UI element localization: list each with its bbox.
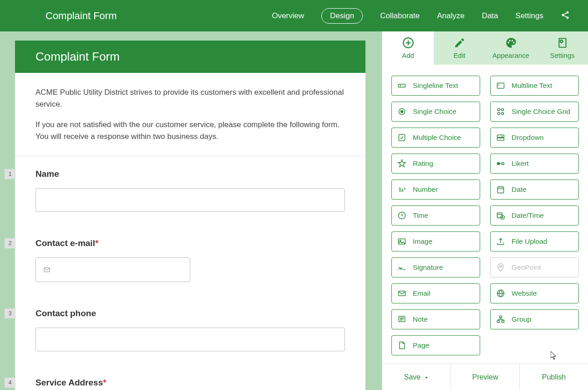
question-label: Contact e-mail* [35,238,345,248]
field-file-upload[interactable]: File Upload [490,231,579,251]
panel-tabs: Add Edit Appearance Settings [382,31,588,65]
clock-icon [397,211,406,220]
intro-p2: If you are not satisfied with the our cu… [35,119,345,142]
field-multiple-choice[interactable]: Multiple Choice [391,128,480,148]
svg-point-10 [509,40,510,41]
field-single-choice-grid[interactable]: Single Choice Grid [490,102,579,122]
field-singleline[interactable]: Singleline Text [391,76,480,96]
nav-items: Overview Design Collaborate Analyze Data… [272,8,570,24]
field-image[interactable]: Image [391,231,480,251]
name-input[interactable] [35,188,345,212]
svg-rect-52 [497,321,500,323]
question-1[interactable]: 1 Name [15,156,365,226]
field-signature[interactable]: Signature [391,257,480,277]
svg-point-0 [567,11,569,13]
tab-add[interactable]: Add [382,31,434,65]
svg-rect-53 [502,321,504,323]
field-group[interactable]: Group [490,309,579,329]
share-icon[interactable] [561,10,570,21]
question-number: 3 [5,308,15,318]
svg-point-30 [502,163,504,165]
nav-collaborate[interactable]: Collaborate [380,11,420,21]
gear-page-icon [557,37,568,49]
signature-icon [397,263,406,272]
form-intro: ACME Public Utility District strives to … [15,73,365,156]
question-label: Contact phone [35,308,345,318]
svg-rect-26 [497,135,504,137]
svg-point-14 [560,40,563,42]
question-3[interactable]: 3 Contact phone [15,296,365,365]
palette-icon [505,37,517,49]
field-time[interactable]: Time [391,205,480,226]
svg-point-42 [500,265,502,267]
field-date[interactable]: Date [490,180,579,200]
svg-rect-5 [44,267,50,272]
geopoint-icon [496,263,505,272]
field-single-choice[interactable]: Single Choice [391,102,480,122]
nav-settings[interactable]: Settings [516,11,543,21]
number-icon: 1₂³ [397,185,406,194]
nav-data[interactable]: Data [482,11,498,21]
svg-rect-17 [497,83,504,88]
preview-button[interactable]: Preview [451,364,520,390]
svg-point-12 [513,42,514,43]
svg-point-20 [401,111,403,113]
pencil-icon [454,37,466,49]
field-email[interactable]: Email [391,283,480,303]
svg-point-2 [567,16,569,19]
save-button[interactable]: Save [382,364,451,390]
svg-point-21 [497,108,500,111]
field-rating[interactable]: Rating [391,154,480,174]
phone-input[interactable] [35,328,345,351]
mail-icon [42,266,51,273]
email-input[interactable] [35,257,190,282]
nav-analyze[interactable]: Analyze [437,11,464,21]
question-4[interactable]: 4 Service Address* [15,365,365,390]
nav-design[interactable]: Design [321,8,363,24]
question-2[interactable]: 2 Contact e-mail* [15,226,365,296]
field-datetime[interactable]: Date/Time [490,205,579,226]
upload-icon [496,237,505,246]
form-area: Complaint Form ACME Public Utility Distr… [0,31,382,390]
svg-point-9 [507,42,509,43]
app-title: Complaint Form [46,10,272,22]
tab-settings[interactable]: Settings [537,31,588,65]
radio-icon [397,107,406,116]
svg-point-28 [497,163,500,165]
intro-p1: ACME Public Utility District strives to … [35,87,345,110]
checkbox-icon [397,133,406,142]
globe-icon [496,289,505,298]
field-dropdown[interactable]: Dropdown [490,128,579,148]
svg-rect-51 [500,316,502,318]
field-geopoint: GeoPoint [490,257,579,277]
svg-rect-27 [497,138,504,140]
field-number[interactable]: 1₂³ Number [391,180,480,200]
add-icon [402,37,414,49]
question-number: 4 [5,378,15,388]
publish-button[interactable]: Publish [520,364,588,390]
field-note[interactable]: Note [391,309,480,329]
panel-footer: Save Preview Publish [382,364,588,390]
svg-line-3 [564,13,567,14]
svg-rect-13 [559,38,566,47]
panel-body: Singleline Text Multiline Text Single Ch… [382,65,588,364]
star-icon [397,159,406,168]
form-title: Complaint Form [15,41,365,73]
svg-line-4 [564,15,567,17]
multiline-icon [496,81,505,90]
field-multiline[interactable]: Multiline Text [490,76,579,96]
calendar-icon [496,185,505,194]
svg-rect-25 [399,134,405,140]
field-website[interactable]: Website [490,283,579,303]
svg-rect-15 [399,84,406,87]
field-page[interactable]: Page [391,335,480,355]
svg-point-24 [502,113,504,115]
tab-edit[interactable]: Edit [434,31,485,65]
main-container: Complaint Form ACME Public Utility Distr… [0,31,588,390]
tab-appearance[interactable]: Appearance [485,31,537,65]
question-number: 2 [5,238,15,248]
nav-overview[interactable]: Overview [272,11,304,21]
singleline-icon [397,81,406,90]
likert-icon [496,159,505,168]
field-likert[interactable]: Likert [490,154,579,174]
